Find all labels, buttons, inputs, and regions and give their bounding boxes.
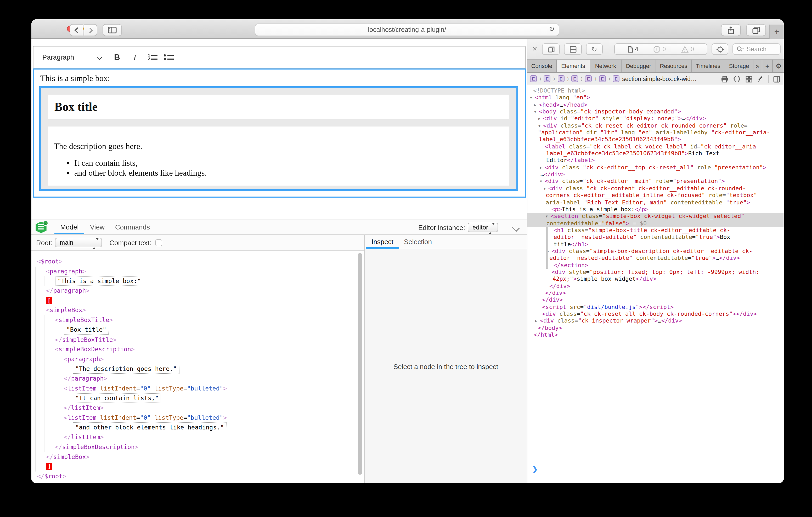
layout-grid-icon[interactable] [746, 75, 752, 82]
dom-tree-line[interactable]: contenteditable="false"> = $0 [527, 220, 784, 227]
root-select[interactable]: main [55, 238, 102, 247]
dom-tree-line[interactable]: <h1 class="simple-box-title ck-editor__e… [527, 227, 784, 234]
model-text-node[interactable]: "Box title" [64, 325, 109, 335]
disclosure-open-icon[interactable]: ▼ [546, 213, 550, 220]
tab-overflow-button[interactable]: » [753, 60, 762, 72]
dom-tree-line[interactable]: ▶<div id="editor" style="display: none;"… [527, 115, 784, 122]
devtools-tab-resources[interactable]: Resources [656, 60, 692, 72]
dom-tree-line[interactable]: </body> [527, 324, 784, 331]
split-console-button[interactable] [564, 43, 582, 55]
breadcrumb-element-badge[interactable]: E [599, 75, 606, 82]
forward-button[interactable] [84, 24, 97, 36]
dom-tree-line[interactable]: corners ck-editor__editable_inline ck-fo… [527, 192, 784, 199]
model-tree-line[interactable]: [ [31, 296, 364, 306]
dom-tree-line[interactable]: </div> [527, 297, 784, 304]
editor-editable[interactable]: This is a simple box: Box title The desc… [33, 68, 526, 197]
issues-summary[interactable]: 4 0 [614, 43, 707, 55]
heading-dropdown-chevron[interactable] [98, 47, 102, 68]
model-tree-line[interactable]: <paragraph> [31, 355, 364, 364]
disclosure-closed-icon[interactable]: ▶ [540, 165, 545, 172]
breadcrumb-current[interactable]: section.simple-box.ck-wid… [622, 75, 697, 82]
element-picker-button[interactable] [712, 43, 728, 55]
print-styles-icon[interactable] [721, 75, 728, 82]
dom-tree-line[interactable]: title</h1> [527, 241, 784, 248]
dom-tree-line[interactable]: ▼<div class="ck ck-reset ck-editor ck-ro… [527, 122, 784, 129]
model-tree-line[interactable]: "and other block elements like headings.… [31, 423, 364, 432]
model-tree-line[interactable]: "Box title" [31, 325, 364, 335]
dom-tree-line[interactable]: 42px;">simple box widget</div> [527, 276, 784, 283]
devtools-tab-elements[interactable]: Elements [557, 60, 590, 72]
dom-tree-line[interactable]: <!DOCTYPE html> [527, 87, 784, 94]
dom-tree-line[interactable]: <div class="ck ck-reset_all ck-body ck-r… [527, 310, 784, 317]
dom-tree-line[interactable]: <script src="dist/bundle.js"></script> [527, 303, 784, 310]
details-sidebar-icon[interactable] [773, 75, 780, 82]
model-tree-scrollbar[interactable] [357, 253, 363, 482]
editor-instance-select[interactable]: editor [468, 223, 498, 232]
bulleted-list-button[interactable] [164, 47, 173, 68]
model-tree-line[interactable]: </listItem> [31, 403, 364, 413]
inspector-tab-view[interactable]: View [90, 220, 105, 234]
dom-tree-line[interactable]: label_e63cbbfece34c53ce23501062343f49b8"… [527, 136, 784, 143]
model-tree-line[interactable]: <paragraph> [31, 266, 364, 276]
breadcrumb-element-badge[interactable]: E [544, 75, 551, 82]
disclosure-open-icon[interactable]: ▼ [540, 179, 545, 186]
model-tree-line[interactable]: </simpleBoxDescription> [31, 442, 364, 452]
model-tree-line[interactable]: "The description goes here." [31, 364, 364, 374]
devtools-close-button[interactable]: × [532, 44, 537, 53]
dom-tree-line[interactable]: …</div> [527, 171, 784, 178]
dom-tree-line[interactable]: editor__nested-editable" contenteditable… [527, 255, 784, 262]
model-tree-line[interactable]: </$root> [31, 472, 364, 481]
address-bar[interactable]: localhost/creating-a-plugin/ ↻ [255, 24, 559, 36]
bold-button[interactable]: B [114, 47, 120, 68]
inspector-tab-commands[interactable]: Commands [115, 220, 150, 234]
dom-tree-line[interactable]: "application" dir="ltr" lang="en" aria-l… [527, 129, 784, 136]
tab-overview-button[interactable] [746, 24, 766, 36]
simple-box-description[interactable]: The description goes here. It can contai… [48, 126, 509, 186]
simple-box-title[interactable]: Box title [48, 95, 509, 119]
inspect-pane-tab-selection[interactable]: Selection [404, 235, 432, 249]
breadcrumb-element-badge[interactable]: E [557, 75, 564, 82]
italic-button[interactable]: I [134, 47, 136, 68]
dom-tree-line[interactable]: <label class="ck ck-label ck-voice-label… [527, 143, 784, 150]
breadcrumb-element-badge[interactable]: E [530, 75, 537, 82]
inspect-pane-tab-inspect[interactable]: Inspect [372, 235, 394, 249]
compact-text-checkbox[interactable] [156, 239, 163, 246]
model-text-node[interactable]: "It can contain lists," [73, 393, 162, 403]
model-tree-line[interactable]: ] [31, 462, 364, 472]
numbered-list-button[interactable]: 1 2 [148, 47, 157, 68]
dom-tree-line[interactable]: ▼<body class="ck-inspector-body-expanded… [527, 108, 784, 115]
devtools-settings-button[interactable]: ⚙ [773, 60, 784, 72]
model-tree-line[interactable]: </simpleBox> [31, 452, 364, 462]
dom-tree-line[interactable]: </html> [527, 331, 784, 338]
dom-tree-line[interactable]: ▶<div class="ck ck-editor__top ck-reset_… [527, 164, 784, 171]
devtools-search-field[interactable]: Search [732, 43, 781, 55]
dom-tree-line[interactable]: editor__nested-editable" contenteditable… [527, 234, 784, 241]
devtools-new-tab-button[interactable]: + [762, 60, 773, 72]
disclosure-closed-icon[interactable]: ▶ [534, 102, 539, 109]
reload-icon[interactable]: ↻ [549, 25, 555, 33]
sidebar-button[interactable] [103, 24, 122, 36]
model-tree-line[interactable]: <simpleBox> [31, 306, 364, 315]
model-tree-line[interactable]: <$root> [31, 257, 364, 266]
back-button[interactable] [69, 24, 83, 36]
breadcrumb-element-badge[interactable]: E [571, 75, 578, 82]
breadcrumb-element-badge[interactable]: E [585, 75, 592, 82]
dom-tree-line[interactable]: ▼<div class="ck ck-editor__main" role="p… [527, 178, 784, 185]
styles-brush-icon[interactable] [757, 75, 763, 82]
disclosure-open-icon[interactable]: ▼ [544, 186, 548, 193]
model-tree-line[interactable]: <listItem listIndent="0" listType="bulle… [31, 413, 364, 423]
dom-tree-line[interactable]: <div style="position: fixed; top: 0px; l… [527, 269, 784, 276]
devtools-tab-network[interactable]: Network [590, 60, 621, 72]
model-tree-line[interactable]: </simpleBoxTitle> [31, 335, 364, 344]
model-tree-line[interactable]: "It can contain lists," [31, 393, 364, 403]
breadcrumb-element-badge[interactable]: E [613, 75, 619, 82]
devtools-tab-debugger[interactable]: Debugger [621, 60, 656, 72]
model-tree-line[interactable]: <listItem listIndent="0" listType="bulle… [31, 384, 364, 393]
dom-tree-line[interactable]: ▼<div class="ck ck-content ck-editor__ed… [527, 185, 784, 192]
dom-tree-line[interactable]: </div> [527, 282, 784, 290]
devtools-tab-console[interactable]: Console [527, 60, 557, 72]
dock-side-button[interactable] [542, 43, 560, 55]
inspector-collapse-button[interactable] [512, 224, 520, 229]
dom-tree-line[interactable]: ▶<div class="ck-inspector-wrapper">…</di… [527, 317, 784, 325]
dom-tree-line[interactable]: aria-label="Rich Text Editor, main" cont… [527, 199, 784, 206]
